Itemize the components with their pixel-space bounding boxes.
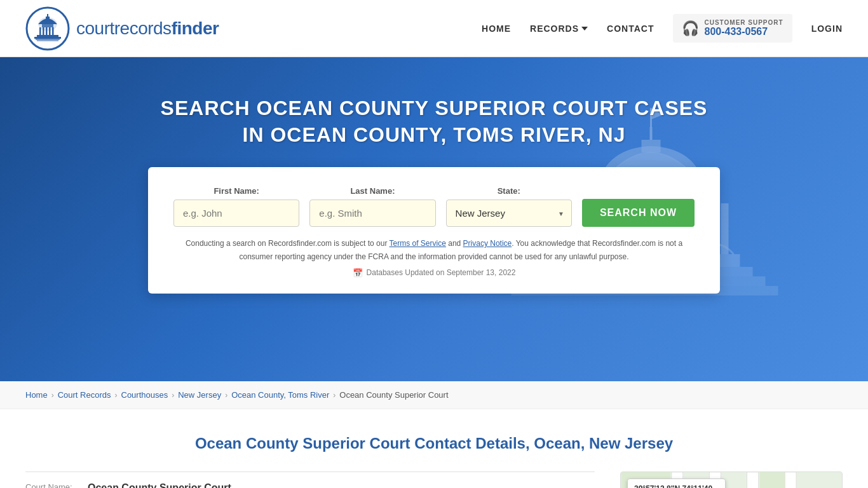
svg-rect-5 [39,27,41,35]
logo[interactable]: courtrecordsfinder [25,6,219,51]
search-button[interactable]: SEARCH NOW [582,199,695,227]
last-name-input[interactable] [309,200,435,227]
last-name-group: Last Name: [309,186,435,227]
logo-icon [25,6,70,51]
svg-rect-40 [747,472,759,488]
nav-home[interactable]: HOME [482,24,511,34]
first-name-group: First Name: [173,186,299,227]
svg-rect-51 [760,472,785,488]
state-group: State: AlabamaAlaskaArizonaArkansasCalif… [446,186,572,227]
search-card: First Name: Last Name: State: AlabamaAla… [148,167,720,294]
calendar-icon: 📅 [353,268,363,278]
first-name-label: First Name: [173,186,299,196]
site-header: courtrecordsfinder HOME RECORDS CONTACT … [0,0,868,57]
breadcrumb-home[interactable]: Home [25,390,48,400]
svg-rect-13 [37,40,58,41]
details-right: 39°57'12.8"N 74°11'40... View larger map [620,471,843,488]
map-label: 39°57'12.8"N 74°11'40... View larger map [627,478,726,488]
breadcrumb-new-jersey[interactable]: New Jersey [178,390,221,400]
logo-text: courtrecordsfinder [76,18,219,39]
svg-rect-2 [46,17,50,19]
breadcrumb-court-records[interactable]: Court Records [58,390,111,400]
breadcrumb: Home › Court Records › Courthouses › New… [0,381,868,409]
db-updated: 📅 Databases Updated on September 13, 202… [173,268,695,278]
breadcrumb-sep-1: › [51,391,54,400]
nav-records[interactable]: RECORDS [530,24,588,34]
breadcrumb-current: Ocean County Superior Court [339,390,448,400]
terms-of-service-link[interactable]: Terms of Service [390,239,446,248]
breadcrumb-sep-4: › [225,391,227,400]
state-label: State: [446,186,572,196]
svg-rect-9 [52,27,54,35]
last-name-label: Last Name: [309,186,435,196]
svg-rect-41 [785,472,796,488]
support-label: CUSTOMER SUPPORT [704,19,783,26]
svg-rect-10 [37,35,58,37]
hero-section: SEARCH OCEAN COUNTY SUPERIOR COURT CASES… [0,57,868,381]
svg-rect-12 [36,39,60,40]
nav-contact[interactable]: CONTACT [607,24,654,34]
breadcrumb-courthouses[interactable]: Courthouses [121,390,168,400]
svg-rect-8 [49,27,51,35]
section-title: Ocean County Superior Court Contact Deta… [25,435,843,452]
svg-rect-7 [46,27,48,35]
page-title: SEARCH OCEAN COUNTY SUPERIOR COURT CASES… [148,95,720,148]
content-section: Ocean County Superior Court Contact Deta… [0,409,868,488]
map-container: 39°57'12.8"N 74°11'40... View larger map [620,471,843,488]
svg-rect-6 [43,27,44,35]
search-notice: Conducting a search on Recordsfinder.com… [173,237,695,263]
nav-login[interactable]: LOGIN [811,24,843,34]
court-name-value: Ocean County Superior Court [88,482,231,488]
state-select-wrapper: AlabamaAlaskaArizonaArkansasCaliforniaCo… [446,200,572,227]
chevron-down-icon [581,27,588,30]
privacy-notice-link[interactable]: Privacy Notice [463,239,512,248]
state-select[interactable]: AlabamaAlaskaArizonaArkansasCaliforniaCo… [446,200,572,227]
court-name-row: Court Name: Ocean County Superior Court [25,471,595,488]
support-number: 800-433-0567 [704,26,783,37]
breadcrumb-ocean-county[interactable]: Ocean County, Toms River [231,390,329,400]
details-left: Court Name: Ocean County Superior Court … [25,471,595,488]
breadcrumb-sep-3: › [172,391,174,400]
breadcrumb-sep-5: › [333,391,336,400]
svg-rect-4 [42,24,53,27]
details-grid: Court Name: Ocean County Superior Court … [25,471,843,488]
map-coords: 39°57'12.8"N 74°11'40... [634,484,719,488]
customer-support-block[interactable]: 🎧 CUSTOMER SUPPORT 800-433-0567 [673,14,792,43]
search-fields: First Name: Last Name: State: AlabamaAla… [173,186,695,227]
breadcrumb-sep-2: › [115,391,118,400]
first-name-input[interactable] [173,200,299,227]
court-name-label: Court Name: [25,482,83,488]
headset-icon: 🎧 [682,20,699,37]
svg-rect-11 [34,37,61,39]
main-nav: HOME RECORDS CONTACT 🎧 CUSTOMER SUPPORT … [482,14,843,43]
support-text: CUSTOMER SUPPORT 800-433-0567 [704,19,783,37]
